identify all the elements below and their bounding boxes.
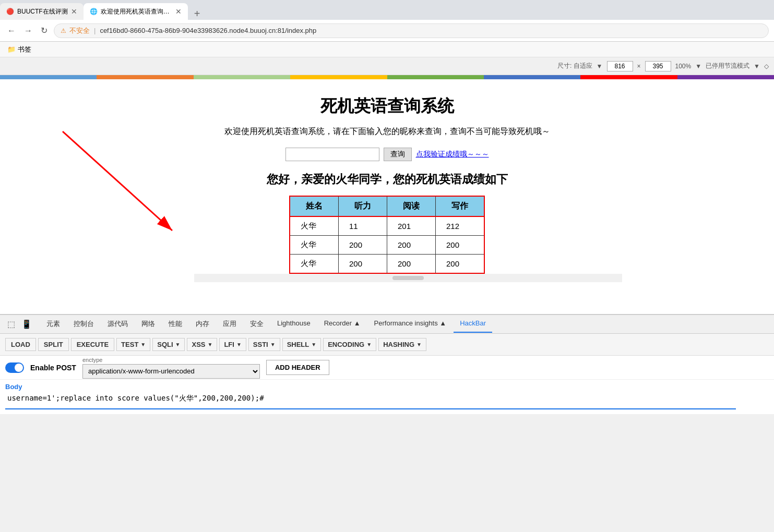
table-cell-2-2: 200: [387, 255, 436, 274]
table-header-姓名: 姓名: [290, 196, 339, 216]
table-cell-0-3: 212: [436, 216, 485, 236]
settings-icon[interactable]: ◇: [764, 63, 769, 70]
devtools-tab-recorder-▲[interactable]: Recorder ▲: [318, 316, 367, 333]
hackbar-dropdown-test[interactable]: TEST ▼: [116, 338, 150, 351]
refresh-button[interactable]: ↻: [39, 25, 50, 37]
devtools-tab-源代码[interactable]: 源代码: [101, 316, 134, 333]
tab-close-2[interactable]: ✕: [175, 7, 182, 16]
devtools-tab-性能[interactable]: 性能: [162, 316, 188, 333]
table-cell-0-0: 火华: [290, 216, 339, 236]
tab-hackbar[interactable]: 🌐 欢迎使用死机英语查询系统～ ✕: [84, 3, 188, 20]
table-cell-1-2: 200: [387, 236, 436, 255]
hackbar-dropdown-xss[interactable]: XSS ▼: [187, 338, 217, 351]
table-header-写作: 写作: [436, 196, 485, 216]
table-row: 火华200200200: [290, 236, 484, 255]
tab-favicon-1: 🔴: [6, 8, 14, 15]
height-input[interactable]: [645, 61, 671, 71]
table-cell-0-1: 11: [339, 216, 387, 236]
back-button[interactable]: ←: [5, 25, 18, 37]
scores-table: 姓名听力阅读写作 火华11201212火华200200200火华20020020…: [289, 196, 485, 274]
body-textarea[interactable]: [5, 393, 736, 409]
tab-close-1[interactable]: ✕: [71, 7, 77, 16]
lock-icon: ⚠: [61, 27, 66, 34]
tab-favicon-2: 🌐: [90, 8, 98, 15]
table-row: 火华200200200: [290, 255, 484, 274]
devtools-tab-hackbar[interactable]: HackBar: [454, 316, 492, 333]
devtools-tab-安全[interactable]: 安全: [244, 316, 270, 333]
ruler-segment: [677, 75, 774, 79]
svg-line-1: [63, 131, 172, 231]
ruler-segment: [97, 75, 193, 79]
devtools-icons: ⬚ 📱: [5, 317, 34, 331]
hackbar-toolbar: LOADSPLITEXECUTETEST ▼SQLI ▼XSS ▼LFI ▼SS…: [0, 334, 774, 356]
table-cell-0-2: 201: [387, 216, 436, 236]
devtools-tab-控制台[interactable]: 控制台: [67, 316, 100, 333]
width-input[interactable]: [607, 61, 633, 71]
devtools-tabs: ⬚ 📱 元素控制台源代码网络性能内存应用安全LighthouseRecorder…: [0, 315, 774, 334]
ruler-segment: [0, 75, 97, 79]
ruler-row: 尺寸: 自适应 ▼ × 100% ▼ 已停用节流模式 ▼ ◇: [0, 57, 774, 75]
address-bar: ← → ↻ ⚠ 不安全 | cef16bd0-8660-475a-86b9-90…: [0, 20, 774, 42]
page-content: 死机英语查询系统 欢迎使用死机英语查询系统，请在下面输入您的昵称来查询，查询不当…: [173, 79, 601, 314]
tab-buuctf[interactable]: 🔴 BUUCTF在线评测 ✕: [0, 3, 84, 20]
query-button[interactable]: 查询: [384, 148, 412, 161]
page-subtitle: 欢迎使用死机英语查询系统，请在下面输入您的昵称来查询，查询不当可能导致死机哦～: [194, 126, 580, 137]
ruler-lines: [0, 75, 774, 79]
add-header-button[interactable]: ADD HEADER: [266, 360, 329, 375]
ruler-segment: [484, 75, 580, 79]
enable-post-toggle[interactable]: [5, 362, 24, 373]
dropdown-arrow-size[interactable]: ▼: [597, 63, 603, 70]
forward-button[interactable]: →: [22, 25, 34, 37]
main-viewport: 死机英语查询系统 欢迎使用死机英语查询系统，请在下面输入您的昵称来查询，查询不当…: [0, 79, 774, 314]
enctype-label: enctype: [82, 357, 260, 363]
folder-icon: 📁: [7, 45, 16, 53]
verify-link[interactable]: 点我验证成绩哦～～～: [416, 150, 489, 159]
hackbar-btn-split[interactable]: SPLIT: [38, 338, 69, 351]
tab-title-2: 欢迎使用死机英语查询系统～: [101, 7, 172, 16]
hackbar-btn-execute[interactable]: EXECUTE: [71, 338, 114, 351]
bookmarks-folder[interactable]: 📁 书签: [5, 44, 33, 55]
dropdown-arrow-mode[interactable]: ▼: [754, 63, 760, 70]
tab-bar: 🔴 BUUCTF在线评测 ✕ 🌐 欢迎使用死机英语查询系统～ ✕ +: [0, 0, 774, 20]
table-cell-1-0: 火华: [290, 236, 339, 255]
table-cell-2-0: 火华: [290, 255, 339, 274]
hackbar-dropdown-hashing[interactable]: HASHING ▼: [378, 338, 426, 351]
x-separator: ×: [637, 63, 641, 70]
devtools-tab-网络[interactable]: 网络: [135, 316, 161, 333]
enctype-select[interactable]: application/x-www-form-urlencoded: [82, 364, 260, 379]
ruler-segment: [194, 75, 290, 79]
cursor-icon[interactable]: ⬚: [5, 317, 17, 331]
mobile-icon[interactable]: 📱: [19, 317, 34, 331]
devtools-tab-内存[interactable]: 内存: [189, 316, 216, 333]
enctype-section: enctype application/x-www-form-urlencode…: [82, 357, 260, 379]
ruler-segment: [387, 75, 484, 79]
table-cell-1-1: 200: [339, 236, 387, 255]
hackbar-dropdown-ssti[interactable]: SSTI ▼: [248, 338, 280, 351]
toggle-thumb: [15, 364, 23, 372]
horizontal-scrollbar[interactable]: [392, 276, 424, 280]
hackbar-dropdown-encoding[interactable]: ENCODING ▼: [323, 338, 376, 351]
address-input[interactable]: ⚠ 不安全 | cef16bd0-8660-475a-86b9-904e3398…: [54, 23, 769, 38]
table-row: 火华11201212: [290, 216, 484, 236]
new-tab-button[interactable]: +: [190, 8, 205, 20]
dropdown-arrow-zoom[interactable]: ▼: [695, 63, 701, 70]
body-label: Body: [5, 383, 769, 391]
hackbar-dropdown-shell[interactable]: SHELL ▼: [282, 338, 321, 351]
hackbar-post-row: Enable POST enctype application/x-www-fo…: [0, 356, 774, 380]
hackbar-body: Body: [0, 380, 774, 414]
devtools-tab-lighthouse[interactable]: Lighthouse: [271, 316, 317, 333]
pipe-separator: |: [94, 27, 96, 34]
result-title: 您好，亲爱的火华同学，您的死机英语成绩如下: [194, 172, 580, 187]
devtools-tab-应用[interactable]: 应用: [217, 316, 243, 333]
devtools-tab-performance-insights-▲[interactable]: Performance insights ▲: [368, 316, 453, 333]
enable-post-label: Enable POST: [30, 364, 76, 372]
mode-label: 已停用节流模式: [706, 62, 749, 70]
hackbar-dropdown-lfi[interactable]: LFI ▼: [219, 338, 246, 351]
devtools-tab-元素[interactable]: 元素: [40, 316, 66, 333]
hackbar-dropdown-sqli[interactable]: SQLI ▼: [152, 338, 185, 351]
bookmarks-bar: 📁 书签: [0, 42, 774, 57]
hackbar-btn-load[interactable]: LOAD: [5, 338, 36, 351]
scrollbar-area[interactable]: [194, 274, 622, 282]
search-input[interactable]: [285, 148, 379, 161]
ruler-segment: [580, 75, 677, 79]
